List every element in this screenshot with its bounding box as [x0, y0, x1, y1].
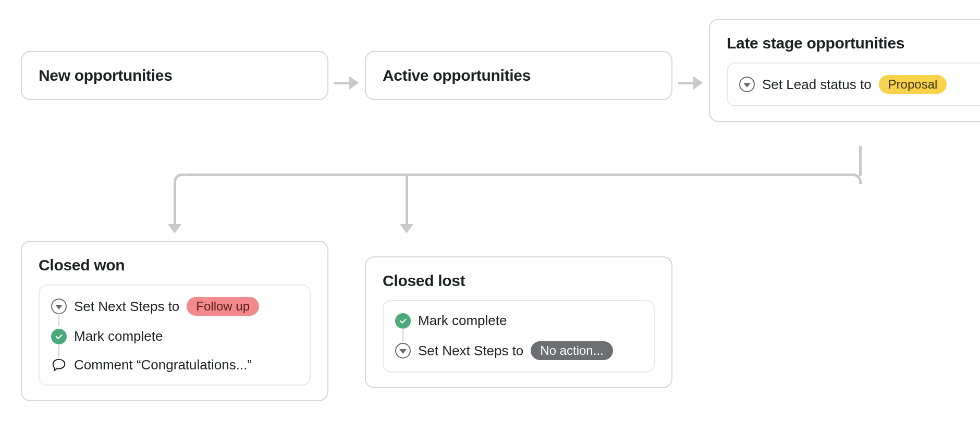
rule-comment[interactable]: Comment “Congratulations...”	[51, 357, 298, 373]
status-badge-follow-up: Follow up	[187, 297, 259, 316]
workflow-canvas: New opportunities Active opportunities L…	[0, 0, 980, 446]
rule-label: Mark complete	[418, 313, 507, 329]
rule-label: Mark complete	[74, 328, 163, 344]
rule-label: Set Next Steps to	[74, 299, 179, 315]
rule-label: Set Next Steps to	[418, 343, 523, 359]
rule-set-next-steps[interactable]: Set Next Steps to Follow up	[51, 297, 298, 316]
connector-line	[58, 344, 59, 357]
dropdown-circle-icon	[395, 343, 411, 358]
connector-line	[402, 328, 403, 342]
status-badge-no-action: No action...	[531, 341, 612, 360]
stage-card-closed-won[interactable]: Closed won Set Next Steps to Follow up M…	[21, 241, 328, 401]
rule-list: Mark complete Set Next Steps to No actio…	[383, 300, 655, 373]
check-circle-icon	[395, 313, 411, 329]
rule-list: Set Next Steps to Follow up Mark complet…	[39, 284, 311, 386]
stage-title: Closed won	[39, 256, 311, 274]
rule-label: Comment “Congratulations...”	[74, 357, 252, 373]
rule-set-next-steps[interactable]: Set Next Steps to No action...	[395, 341, 642, 360]
rule-mark-complete[interactable]: Mark complete	[51, 328, 298, 344]
dropdown-circle-icon	[51, 299, 67, 314]
stage-title: Closed lost	[383, 272, 655, 290]
check-circle-icon	[51, 329, 67, 344]
comment-icon	[51, 357, 67, 373]
rule-mark-complete[interactable]: Mark complete	[395, 313, 642, 329]
connector-line	[58, 313, 59, 326]
stage-card-closed-lost[interactable]: Closed lost Mark complete Set Next Steps…	[365, 256, 672, 388]
